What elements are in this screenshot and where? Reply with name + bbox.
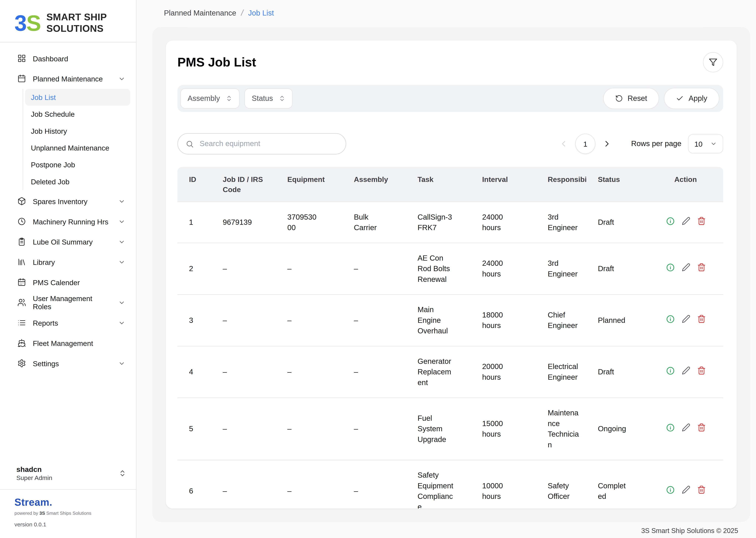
breadcrumb-current[interactable]: Job List bbox=[248, 9, 274, 17]
row-info-button[interactable] bbox=[666, 216, 675, 229]
sidebar-item-label: Unplanned Maintenance bbox=[31, 144, 109, 152]
reset-button[interactable]: Reset bbox=[603, 88, 659, 109]
column-header-status: Status bbox=[586, 167, 648, 202]
cell-id: 4 bbox=[177, 357, 211, 387]
cell-equipment: – bbox=[276, 357, 342, 387]
user-menu[interactable]: shadcn Super Admin bbox=[0, 459, 136, 489]
cell-interval: 24000 hours bbox=[471, 248, 536, 289]
apply-button[interactable]: Apply bbox=[664, 88, 720, 109]
sidebar-item-job-list[interactable]: Job List bbox=[25, 89, 130, 106]
sidebar-item-dashboard[interactable]: Dashboard bbox=[10, 48, 130, 69]
row-info-button[interactable] bbox=[666, 263, 675, 275]
pencil-icon bbox=[682, 217, 690, 225]
next-page-button[interactable] bbox=[602, 139, 612, 148]
sidebar-item-machinery-running-hrs[interactable]: Machinery Running Hrs bbox=[10, 211, 130, 232]
row-edit-button[interactable] bbox=[682, 217, 690, 228]
sidebar-item-pms-calender[interactable]: PMS Calender bbox=[10, 272, 130, 293]
row-delete-button[interactable] bbox=[697, 366, 706, 378]
info-icon bbox=[666, 263, 675, 272]
sidebar-footer: Stream. powered by 3S Smart Ships Soluti… bbox=[0, 490, 136, 538]
row-delete-button[interactable] bbox=[697, 423, 706, 435]
row-edit-button[interactable] bbox=[682, 485, 690, 497]
row-info-button[interactable] bbox=[666, 314, 675, 326]
pencil-icon bbox=[682, 485, 690, 494]
filter-button[interactable] bbox=[703, 52, 723, 73]
breadcrumb-separator: / bbox=[240, 8, 244, 18]
sidebar-item-fleet-management[interactable]: Fleet Management bbox=[10, 333, 130, 353]
row-delete-button[interactable] bbox=[697, 217, 706, 228]
cell-id: 1 bbox=[177, 207, 211, 237]
info-icon bbox=[666, 366, 675, 375]
row-info-button[interactable] bbox=[666, 485, 675, 497]
cell-job-id: 9679139 bbox=[211, 207, 276, 237]
check-icon bbox=[676, 94, 684, 102]
page-title: PMS Job List bbox=[177, 55, 256, 70]
sidebar-item-spares-inventory[interactable]: Spares Inventory bbox=[10, 191, 130, 211]
search-input[interactable] bbox=[199, 139, 338, 148]
column-header-job-id: Job ID / IRS Code bbox=[211, 167, 276, 202]
rows-per-page-select[interactable]: 10 bbox=[688, 134, 723, 153]
table-row: 1 9679139 370953000 Bulk Carrier CallSig… bbox=[177, 202, 723, 243]
row-edit-button[interactable] bbox=[682, 423, 690, 435]
sidebar-item-reports[interactable]: Reports bbox=[10, 313, 130, 333]
column-header-interval: Interval bbox=[471, 167, 536, 202]
chevron-left-icon bbox=[559, 139, 568, 148]
cell-equipment: – bbox=[276, 254, 342, 284]
logo-3s: 3S bbox=[14, 12, 41, 34]
row-info-button[interactable] bbox=[666, 366, 675, 378]
job-table: ID Job ID / IRS Code Equipment Assembly … bbox=[177, 167, 723, 509]
gear-icon bbox=[17, 359, 26, 368]
sidebar-item-settings[interactable]: Settings bbox=[10, 353, 130, 374]
sidebar-item-job-schedule[interactable]: Job Schedule bbox=[25, 106, 130, 123]
powered-by-suffix: Smart Ships Solutions bbox=[46, 511, 91, 516]
trash-icon bbox=[697, 366, 706, 375]
sidebar-item-library[interactable]: Library bbox=[10, 252, 130, 272]
page-number[interactable]: 1 bbox=[575, 134, 595, 154]
cell-assembly: – bbox=[342, 305, 406, 335]
sidebar-item-planned-maintenance[interactable]: Planned Maintenance bbox=[10, 69, 130, 89]
sidebar-item-lube-oil-summary[interactable]: Lube Oil Summary bbox=[10, 232, 130, 252]
sidebar-item-label: User Management Roles bbox=[33, 295, 112, 311]
status-dropdown[interactable]: Status bbox=[245, 88, 293, 109]
row-edit-button[interactable] bbox=[682, 366, 690, 378]
status-badge: Ongoing bbox=[586, 414, 648, 444]
cell-equipment: 370953000 bbox=[276, 202, 342, 243]
app: 3S SMART SHIP SOLUTIONS Dashboard Planne… bbox=[0, 0, 756, 538]
sidebar-item-label: Job List bbox=[31, 93, 56, 101]
assembly-dropdown-label: Assembly bbox=[188, 94, 220, 103]
sidebar-item-label: Machinery Running Hrs bbox=[33, 217, 108, 226]
cell-actions bbox=[648, 263, 723, 275]
table-row: 5 – – – Fuel System Upgrade 15000 hours … bbox=[177, 398, 723, 460]
cell-job-id: – bbox=[211, 254, 276, 284]
row-edit-button[interactable] bbox=[682, 263, 690, 275]
chevrons-up-down-icon bbox=[279, 95, 286, 102]
rotate-ccw-icon bbox=[615, 94, 623, 102]
filter-actions: Reset Apply bbox=[603, 88, 719, 109]
powered-by: powered by 3S Smart Ships Solutions bbox=[14, 511, 124, 516]
column-header-responsibility: Responsibility bbox=[536, 167, 587, 202]
sidebar-item-job-history[interactable]: Job History bbox=[25, 123, 130, 139]
cell-responsibility: Maintenance Technician bbox=[536, 398, 587, 460]
stream-logo: Stream. bbox=[14, 497, 124, 508]
assembly-dropdown[interactable]: Assembly bbox=[180, 88, 240, 109]
search-icon bbox=[186, 139, 194, 148]
cell-interval: 10000 hours bbox=[471, 471, 536, 509]
row-delete-button[interactable] bbox=[697, 485, 706, 497]
status-badge: Draft bbox=[586, 207, 648, 237]
row-edit-button[interactable] bbox=[682, 314, 690, 326]
sidebar-item-deleted-job[interactable]: Deleted Job bbox=[25, 173, 130, 190]
library-icon bbox=[17, 258, 26, 266]
sidebar-item-unplanned-maintenance[interactable]: Unplanned Maintenance bbox=[25, 139, 130, 156]
cell-equipment: – bbox=[276, 414, 342, 444]
list-icon bbox=[17, 319, 26, 327]
row-delete-button[interactable] bbox=[697, 263, 706, 275]
sidebar-item-user-management-roles[interactable]: User Management Roles bbox=[10, 293, 130, 313]
status-badge: Draft bbox=[586, 357, 648, 387]
prev-page-button[interactable] bbox=[559, 139, 568, 148]
chevron-down-icon bbox=[118, 75, 125, 82]
brand-name-line2: SOLUTIONS bbox=[47, 23, 107, 34]
sidebar-item-postpone-job[interactable]: Postpone Job bbox=[25, 156, 130, 173]
row-info-button[interactable] bbox=[666, 423, 675, 435]
row-delete-button[interactable] bbox=[697, 314, 706, 326]
cell-assembly: – bbox=[342, 254, 406, 284]
